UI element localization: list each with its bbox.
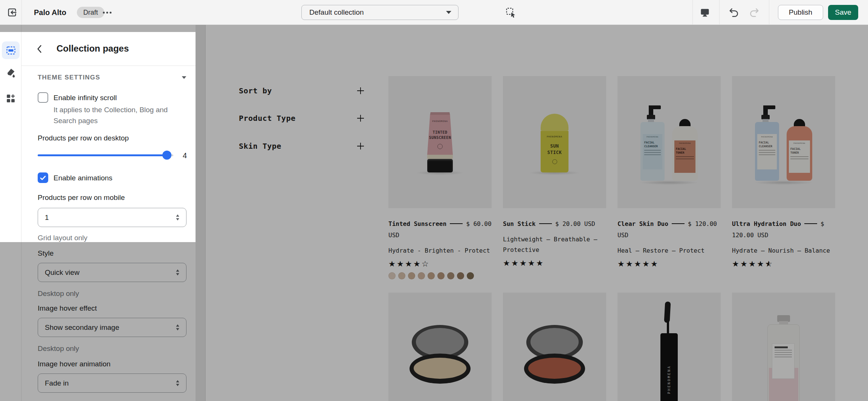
product-info: Sun Stick$ 20.00 USDLightweight — Breath… [503, 208, 606, 268]
product-image[interactable]: PHENOMENAFACIALCLEANSERPHENOMENAFACIALTO… [617, 76, 721, 208]
sidebar-item-apps[interactable] [5, 93, 16, 104]
more-actions-button[interactable] [99, 9, 115, 16]
chevron-down-icon [446, 11, 451, 14]
save-button[interactable]: Save [828, 5, 858, 20]
product-card[interactable]: PHENOMENAFACIALCLEANSERPHENOMENAFACIALTO… [617, 76, 721, 279]
slider-thumb[interactable] [162, 151, 171, 160]
page-selector-dropdown[interactable]: Default collection [301, 5, 458, 20]
filter-label: Product Type [239, 114, 296, 123]
field-label: Image hover animation [38, 360, 110, 368]
exit-icon [7, 7, 17, 18]
product-image[interactable]: PHENOMENAFACIALCLEANSERPHENOMENAFACIALTO… [732, 76, 835, 208]
product-title-row: Sun Stick$ 20.00 USD [503, 218, 606, 230]
image-hover-animation-select[interactable]: Fade in [38, 374, 186, 393]
divider [719, 0, 720, 25]
enable-animations-checkbox[interactable] [38, 172, 48, 183]
product-card[interactable]: PHENOMENA [617, 293, 721, 401]
settings-panel: Collection pages THEME SETTINGS Enable i… [21, 25, 196, 401]
product-card[interactable] [388, 293, 492, 401]
product-name[interactable]: Sun Stick [503, 220, 536, 227]
color-swatch[interactable] [398, 272, 405, 279]
filter-label: Sort by [239, 86, 272, 95]
theme-settings-section-toggle[interactable]: THEME SETTINGS [38, 74, 186, 81]
theme-name: Palo Alto [34, 0, 66, 25]
product-grid-row-2: PHENOMENA [388, 293, 835, 401]
pack-label: PHENOMENAFACIALCLEANSER [757, 134, 777, 169]
product-shadow [753, 180, 814, 185]
sections-icon [6, 45, 16, 56]
publish-button[interactable]: Publish [778, 5, 823, 20]
plus-icon [356, 87, 365, 95]
color-swatch[interactable] [408, 272, 415, 279]
inspect-element-button[interactable] [504, 6, 518, 19]
product-card[interactable] [503, 293, 606, 401]
product-name[interactable]: Ultra Hydration Duo [732, 220, 801, 227]
redo-button[interactable] [747, 5, 762, 20]
undo-button[interactable] [726, 5, 741, 20]
back-button[interactable] [32, 42, 46, 56]
desktop-preview-button[interactable] [697, 5, 712, 20]
field-label: Products per row on desktop [38, 134, 129, 142]
filter-row-sort-by[interactable]: Sort by [239, 84, 365, 97]
collapse-caret-icon [182, 76, 186, 79]
product-name[interactable]: Clear Skin Duo [617, 220, 668, 227]
products-per-row-slider[interactable] [38, 151, 173, 160]
color-swatch[interactable] [447, 272, 454, 279]
color-swatch[interactable] [428, 272, 435, 279]
helper-text: It applies to the Collection, Blog and S… [53, 104, 189, 126]
product-photo-mascara: PHENOMENA [658, 302, 680, 401]
product-image[interactable] [388, 293, 492, 401]
plus-icon [356, 142, 365, 150]
pack-brand: PHENOMENA [541, 131, 568, 138]
sidebar-item-sections[interactable] [2, 41, 20, 59]
product-image[interactable] [732, 293, 835, 401]
section-header: THEME SETTINGS [38, 74, 100, 81]
dash-separator [539, 223, 552, 224]
exit-editor-button[interactable] [5, 6, 19, 19]
star-filled-icon: ★ [511, 258, 520, 268]
color-swatch[interactable] [467, 272, 474, 279]
product-image[interactable]: PHENOMENATINTEDSUNSCREEN [388, 76, 492, 208]
product-description: Hydrate — Nourish — Balance [732, 245, 835, 256]
pack-label: PHENOMENAFACIALTONER [789, 140, 810, 173]
color-swatch[interactable] [418, 272, 425, 279]
color-swatch[interactable] [388, 272, 396, 279]
product-card[interactable]: PHENOMENAFACIALCLEANSERPHENOMENAFACIALTO… [732, 76, 835, 279]
image-hover-effect-select[interactable]: Show secondary image [38, 318, 186, 337]
product-price: $ 20.00 USD [555, 220, 595, 227]
enable-infinity-scroll-checkbox[interactable] [38, 92, 48, 103]
star-filled-icon: ★ [651, 259, 659, 269]
field-label: Style [38, 249, 53, 258]
slider-fill [38, 154, 167, 156]
product-photo-tube: PHENOMENATINTEDSUNSCREEN [427, 112, 453, 172]
product-name[interactable]: Tinted Sunscreen [388, 220, 446, 227]
products-per-row-mobile-select[interactable]: 1 [38, 208, 186, 227]
color-swatch[interactable] [457, 272, 464, 279]
sidebar-item-theme-settings[interactable] [5, 68, 16, 79]
product-image[interactable]: PHENOMENA [617, 293, 721, 401]
pack-label: PHENOMENAFACIALTONER [674, 140, 695, 173]
product-description: Heal — Restore — Protect [617, 245, 721, 256]
style-select[interactable]: Quick view [38, 263, 186, 282]
star-empty-icon: ☆ [422, 259, 430, 269]
product-title-row: Ultra Hydration Duo$ 120.00 USD [732, 218, 835, 241]
filter-row-skin-type[interactable]: Skin Type [239, 140, 365, 152]
sort-arrows-icon [175, 269, 180, 276]
divider [769, 0, 769, 25]
product-image[interactable]: PHENOMENASUNSTICK [503, 76, 606, 208]
product-description: Lightweight — Breathable — Protective [503, 234, 606, 255]
pack-label: TINTEDSUNSCREEN [427, 130, 453, 140]
product-card[interactable]: PHENOMENASUNSTICKSun Stick$ 20.00 USDLig… [503, 76, 606, 279]
color-swatches [388, 272, 492, 279]
monitor-icon [700, 7, 710, 18]
product-rating: ★★★★★ [503, 258, 606, 268]
page-selector-value: Default collection [309, 8, 364, 17]
product-image[interactable] [503, 293, 606, 401]
filter-row-product-type[interactable]: Product Type [239, 112, 365, 125]
product-card[interactable]: PHENOMENATINTEDSUNSCREENTinted Sunscreen… [388, 76, 492, 279]
star-filled-icon: ★ [405, 259, 413, 269]
star-filled-icon: ★ [520, 258, 528, 268]
color-swatch[interactable] [437, 272, 445, 279]
product-card[interactable] [732, 293, 835, 401]
star-filled-icon: ★ [397, 259, 405, 269]
